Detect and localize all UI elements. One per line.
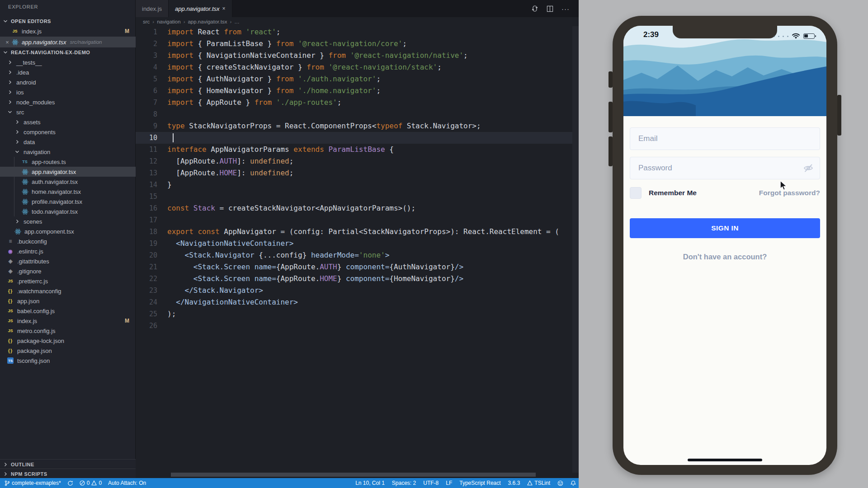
close-icon[interactable]: × — [4, 39, 11, 46]
status-tslint[interactable]: TSLint — [527, 480, 550, 486]
sync-button[interactable] — [67, 480, 73, 486]
tree-item-.eslintrc.js[interactable]: ◉.eslintrc.js — [0, 246, 136, 256]
project-header[interactable]: REACT-NAVIGATION-EX-DEMO — [0, 47, 136, 57]
open-editors-header[interactable]: OPEN EDITORS — [0, 16, 136, 26]
tree-item-app.component.tsx[interactable]: app.component.tsx — [0, 226, 136, 236]
code-line-26: 26 — [136, 320, 579, 332]
tree-item-android[interactable]: android — [0, 77, 136, 87]
mute-switch[interactable] — [609, 71, 613, 88]
email-field[interactable] — [630, 127, 820, 150]
status-cursor-position[interactable]: Ln 10, Col 1 — [355, 480, 385, 486]
tree-item-.idea[interactable]: .idea — [0, 67, 136, 77]
code-line-14: 14} — [136, 179, 579, 191]
horizontal-scrollbar[interactable] — [171, 473, 536, 477]
battery-icon — [803, 33, 815, 39]
breadcrumb-item-navigation[interactable]: navigation — [157, 19, 180, 24]
js-file-icon: JS — [6, 277, 14, 285]
warning-icon — [91, 480, 97, 486]
signal-dot-icon — [774, 36, 775, 37]
sign-in-button[interactable]: SIGN IN — [630, 218, 820, 238]
tree-item-.gitignore[interactable]: ◈.gitignore — [0, 266, 136, 276]
breadcrumb-item-…[interactable]: … — [234, 19, 240, 24]
breadcrumb: src›navigation›app.navigator.tsx›… — [143, 17, 240, 26]
status-language-mode[interactable]: TypeScript React — [459, 480, 500, 486]
buckconfig-file-icon: ≡ — [6, 238, 14, 245]
feedback-smiley-button[interactable] — [557, 480, 563, 486]
tree-item-package-lock.json[interactable]: {}package-lock.json — [0, 336, 136, 346]
status-eol[interactable]: LF — [446, 480, 452, 486]
chevron-right-icon — [14, 128, 21, 136]
explorer-sidebar: EXPLORER OPEN EDITORS JSindex.jsM×app.na… — [0, 0, 136, 478]
power-button[interactable] — [837, 95, 841, 136]
open-editor-app.navigator.tsx[interactable]: ×app.navigator.tsxsrc/navigation — [0, 37, 136, 47]
react-file-icon — [21, 198, 29, 205]
tree-item-auth.navigator.tsx[interactable]: auth.navigator.tsx — [0, 177, 136, 187]
close-icon[interactable]: × — [222, 5, 226, 12]
mouse-cursor — [779, 181, 788, 191]
code-line-5: 5import { AuthNavigator } from './auth.n… — [136, 73, 579, 85]
tree-item-profile.navigator.tsx[interactable]: profile.navigator.tsx — [0, 197, 136, 206]
ts-file-icon: TS — [21, 158, 29, 165]
tree-item-package.json[interactable]: {}package.json — [0, 346, 136, 356]
tree-item-metro.config.js[interactable]: JSmetro.config.js — [0, 326, 136, 336]
tree-item-.gitattributes[interactable]: ◈.gitattributes — [0, 256, 136, 266]
home-indicator[interactable] — [688, 459, 762, 461]
tree-item-node_modules[interactable]: node_modules — [0, 97, 136, 107]
tree-item-.watchmanconfig[interactable]: {}.watchmanconfig — [0, 286, 136, 296]
tree-item-navigation[interactable]: navigation — [0, 147, 136, 157]
tree-item-app-routes.ts[interactable]: TSapp-routes.ts — [0, 157, 136, 167]
open-changes-icon[interactable] — [531, 5, 538, 12]
tree-item-todo.navigator.tsx[interactable]: todo.navigator.tsx — [0, 206, 136, 216]
toggle-password-visibility-icon[interactable] — [803, 163, 814, 174]
tree-item-__tests__[interactable]: __tests__ — [0, 57, 136, 67]
tab-app.navigator.tsx[interactable]: app.navigator.tsx× — [169, 0, 232, 17]
tree-item-assets[interactable]: assets — [0, 117, 136, 127]
open-editor-index.js[interactable]: JSindex.jsM — [0, 26, 136, 37]
js-file-icon: JS — [6, 307, 14, 314]
breadcrumb-item-src[interactable]: src — [143, 19, 150, 24]
tree-item-.buckconfig[interactable]: ≡.buckconfig — [0, 236, 136, 246]
tree-item-components[interactable]: components — [0, 127, 136, 137]
indent-guide — [14, 157, 14, 216]
tree-item-app.navigator.tsx[interactable]: app.navigator.tsx — [0, 167, 136, 177]
header-illustration — [623, 26, 826, 116]
code-viewport[interactable]: 1import React from 'react';2import { Par… — [136, 26, 579, 469]
remember-me-checkbox[interactable] — [630, 187, 642, 199]
volume-up-button[interactable] — [609, 102, 613, 132]
password-field[interactable] — [630, 157, 820, 179]
code-line-2: 2import { ParamListBase } from '@react-n… — [136, 38, 579, 50]
status-typescript-version[interactable]: 3.6.3 — [508, 480, 520, 486]
sidebar-panel-outline[interactable]: OUTLINE — [0, 459, 136, 469]
error-icon — [80, 480, 85, 486]
tree-item-app.json[interactable]: {}app.json — [0, 296, 136, 306]
tree-item-index.js[interactable]: JSindex.jsM — [0, 316, 136, 326]
auto-attach-indicator[interactable]: Auto Attach: On — [108, 480, 146, 486]
no-account-link[interactable]: Don't have an account? — [623, 253, 826, 261]
code-line-16: 16const Stack = createStackNavigator<App… — [136, 202, 579, 214]
chevron-right-icon — [6, 79, 14, 86]
status-encoding[interactable]: UTF-8 — [423, 480, 439, 486]
tree-item-.prettierrc.js[interactable]: JS.prettierrc.js — [0, 276, 136, 286]
split-editor-icon[interactable] — [547, 5, 553, 12]
tree-item-ios[interactable]: ios — [0, 87, 136, 97]
tree-item-scenes[interactable]: scenes — [0, 216, 136, 226]
tree-item-home.navigator.tsx[interactable]: home.navigator.tsx — [0, 187, 136, 197]
notifications-bell-button[interactable] — [571, 480, 576, 486]
status-time: 2:39 — [643, 30, 659, 39]
problems-indicator[interactable]: 00 — [80, 480, 102, 486]
tree-item-data[interactable]: data — [0, 137, 136, 147]
git-branch-indicator[interactable]: complete-exmaples* — [5, 480, 61, 486]
tree-item-babel.config.js[interactable]: JSbabel.config.js — [0, 306, 136, 316]
volume-down-button[interactable] — [609, 136, 613, 166]
tree-item-src[interactable]: src — [0, 107, 136, 117]
tab-index.js[interactable]: index.js — [136, 0, 169, 17]
tree-item-tsconfig.json[interactable]: TStsconfig.json — [0, 356, 136, 366]
breadcrumb-item-app.navigator.tsx[interactable]: app.navigator.tsx — [188, 19, 227, 24]
sidebar-panel-npm-scripts[interactable]: NPM SCRIPTS — [0, 469, 136, 479]
forgot-password-link[interactable]: Forgot password? — [759, 189, 820, 197]
js-file-icon: JS — [6, 327, 14, 334]
chevron-right-icon — [6, 69, 14, 76]
breadcrumb-separator: › — [230, 19, 231, 24]
status-indentation[interactable]: Spaces: 2 — [392, 480, 416, 486]
more-actions-icon[interactable]: ··· — [561, 5, 570, 13]
